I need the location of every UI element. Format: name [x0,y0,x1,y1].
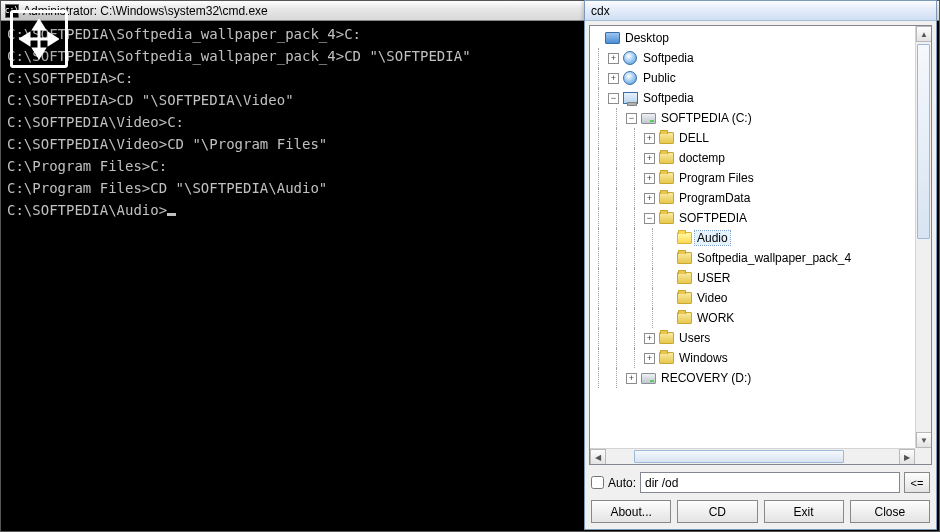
tree-expander[interactable]: + [608,73,619,84]
svg-marker-4 [21,34,29,44]
tree-indent [608,288,626,308]
tree-indent [590,268,608,288]
tree-item-label: ProgramData [677,191,752,205]
tree-item-label: DELL [677,131,711,145]
tree-expander [662,293,673,304]
tree-indent [590,248,608,268]
tree-indent [590,108,608,128]
tree-expander[interactable]: + [644,133,655,144]
tree-item-label: Program Files [677,171,756,185]
tree-indent [590,188,608,208]
tree-item[interactable]: +DELL [590,128,915,148]
horizontal-scrollbar[interactable]: ◀ ▶ [590,448,915,464]
tree-item[interactable]: WORK [590,308,915,328]
tree-indent [608,128,626,148]
tree-expander[interactable]: + [626,373,637,384]
tree-expander[interactable]: + [644,193,655,204]
tree-expander[interactable]: + [644,153,655,164]
tree-expander[interactable]: − [608,93,619,104]
cdx-titlebar[interactable]: cdx [585,1,936,21]
tree-indent [590,208,608,228]
tree-expander[interactable]: − [626,113,637,124]
tree-item[interactable]: +Softpedia [590,48,915,68]
tree-indent [590,308,608,328]
tree-expander [662,313,673,324]
tree-item-label: SOFTPEDIA (C:) [659,111,754,125]
tree-item[interactable]: +doctemp [590,148,915,168]
scroll-up-button[interactable]: ▲ [916,26,932,42]
drive-icon [640,110,656,126]
cdx-title: cdx [591,4,610,18]
scroll-down-button[interactable]: ▼ [916,432,932,448]
tree-expander[interactable]: + [644,173,655,184]
tree-item-label: SOFTPEDIA [677,211,749,225]
tree-item[interactable]: Desktop [590,28,915,48]
close-button[interactable]: Close [850,500,930,523]
tree-item[interactable]: +Public [590,68,915,88]
cd-button[interactable]: CD [677,500,757,523]
scroll-left-button[interactable]: ◀ [590,449,606,465]
tree-indent [590,348,608,368]
tree-indent [626,208,644,228]
tree-indent [590,288,608,308]
auto-run-button[interactable]: <= [904,472,930,493]
tree-indent [626,328,644,348]
tree-item[interactable]: +Program Files [590,168,915,188]
tree-indent [608,228,626,248]
tree-item[interactable]: USER [590,268,915,288]
tree-item[interactable]: Softpedia_wallpaper_pack_4 [590,248,915,268]
tree-item[interactable]: +Users [590,328,915,348]
tree-item[interactable]: Video [590,288,915,308]
tree-indent [608,188,626,208]
tree-item[interactable]: −SOFTPEDIA (C:) [590,108,915,128]
tree-item[interactable]: −SOFTPEDIA [590,208,915,228]
tree-indent [590,68,608,88]
tree-indent [608,348,626,368]
move-overlay-icon[interactable] [10,10,68,68]
folder-icon [658,190,674,206]
tree-indent [626,288,644,308]
tree-expander[interactable]: − [644,213,655,224]
folder-tree-container: Desktop+Softpedia+Public−Softpedia−SOFTP… [589,25,932,465]
tree-item[interactable]: +Windows [590,348,915,368]
tree-item-label: Softpedia [641,51,696,65]
tree-indent [644,288,662,308]
exit-button[interactable]: Exit [764,500,844,523]
tree-expander [662,233,673,244]
tree-indent [608,168,626,188]
tree-expander[interactable]: + [644,333,655,344]
auto-row: Auto: <= [585,469,936,496]
tree-indent [626,188,644,208]
tree-item[interactable]: +ProgramData [590,188,915,208]
about-button[interactable]: About... [591,500,671,523]
tree-item-label: doctemp [677,151,727,165]
tree-indent [590,368,608,388]
auto-checkbox[interactable] [591,476,604,489]
tree-item[interactable]: Audio [590,228,915,248]
tree-indent [590,328,608,348]
tree-indent [590,228,608,248]
tree-indent [590,88,608,108]
tree-item-label: RECOVERY (D:) [659,371,753,385]
vertical-scrollbar[interactable]: ▲ ▼ [915,26,931,448]
scroll-right-button[interactable]: ▶ [899,449,915,465]
tree-expander[interactable]: + [608,53,619,64]
vertical-scroll-thumb[interactable] [917,44,930,239]
tree-indent [608,248,626,268]
tree-expander[interactable]: + [644,353,655,364]
button-row: About... CD Exit Close [585,496,936,529]
tree-indent [608,368,626,388]
tree-expander [662,273,673,284]
tree-indent [608,328,626,348]
folder-tree[interactable]: Desktop+Softpedia+Public−Softpedia−SOFTP… [590,26,915,448]
tree-item-label: Video [695,291,729,305]
tree-indent [644,268,662,288]
tree-indent [626,168,644,188]
folder-icon [658,210,674,226]
auto-command-input[interactable] [640,472,900,493]
tree-item[interactable]: −Softpedia [590,88,915,108]
tree-item[interactable]: +RECOVERY (D:) [590,368,915,388]
tree-indent [626,268,644,288]
tree-indent [590,168,608,188]
horizontal-scroll-thumb[interactable] [634,450,844,463]
